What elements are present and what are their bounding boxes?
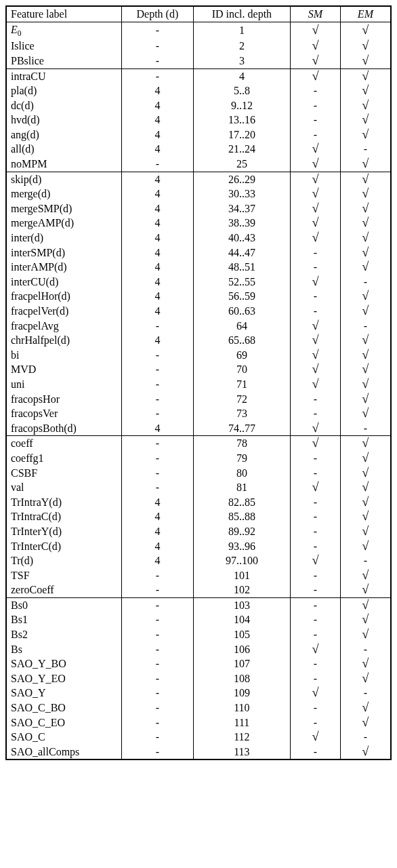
cell-depth: 4 bbox=[122, 113, 194, 127]
cell-id: 72 bbox=[193, 392, 290, 407]
cell-depth: - bbox=[122, 612, 194, 627]
cell-feature: TrIntraC(d) bbox=[6, 509, 122, 524]
table-row: Bs1-104-√ bbox=[6, 612, 391, 627]
cell-em: √ bbox=[340, 68, 391, 83]
cell-depth: - bbox=[122, 54, 194, 68]
table-row: skip(d)426..29√√ bbox=[6, 172, 391, 186]
cell-feature: PBslice bbox=[6, 54, 122, 68]
cell-feature: E0 bbox=[6, 22, 122, 39]
cell-sm: √ bbox=[291, 39, 341, 54]
cell-em: √ bbox=[340, 466, 391, 481]
cell-id: 81 bbox=[193, 480, 290, 495]
cell-em: √ bbox=[340, 509, 391, 524]
header-em: EM bbox=[340, 6, 391, 22]
table-row: PBslice-3√√ bbox=[6, 54, 391, 68]
check-icon: √ bbox=[362, 127, 369, 141]
cell-depth: - bbox=[122, 451, 194, 466]
cell-id: 107 bbox=[193, 656, 290, 671]
check-icon: √ bbox=[362, 627, 369, 641]
cell-id: 79 bbox=[193, 451, 290, 466]
check-icon: √ bbox=[362, 362, 369, 376]
cell-depth: - bbox=[122, 730, 194, 745]
cell-em: √ bbox=[340, 98, 391, 113]
cell-depth: 4 bbox=[122, 172, 194, 186]
cell-feature: chrHalfpel(d) bbox=[6, 333, 122, 348]
cell-id: 60..63 bbox=[193, 304, 290, 319]
cell-em: - bbox=[340, 642, 391, 657]
table-row: fracopsHor-72-√ bbox=[6, 392, 391, 407]
check-icon: √ bbox=[312, 348, 318, 361]
cell-feature: TrInterY(d) bbox=[6, 524, 122, 539]
check-icon: √ bbox=[312, 157, 318, 170]
cell-id: 108 bbox=[193, 671, 290, 686]
cell-em: √ bbox=[340, 83, 391, 98]
cell-sm: √ bbox=[291, 201, 341, 216]
cell-feature: SAO_Y_BO bbox=[6, 656, 122, 671]
cell-depth: - bbox=[122, 436, 194, 451]
cell-em: - bbox=[340, 275, 391, 290]
cell-em: √ bbox=[340, 627, 391, 642]
cell-feature: noMPM bbox=[6, 157, 122, 172]
cell-id: 64 bbox=[193, 319, 290, 334]
check-icon: √ bbox=[312, 642, 318, 656]
cell-depth: 4 bbox=[122, 245, 194, 260]
cell-feature: bi bbox=[6, 348, 122, 363]
cell-id: 70 bbox=[193, 362, 290, 377]
check-icon: √ bbox=[312, 201, 318, 215]
cell-id: 52..55 bbox=[193, 275, 290, 290]
cell-sm: - bbox=[291, 406, 341, 421]
cell-em: √ bbox=[340, 701, 391, 715]
cell-id: 97..100 bbox=[193, 553, 290, 568]
check-icon: √ bbox=[362, 98, 369, 112]
cell-id: 105 bbox=[193, 627, 290, 642]
cell-id: 78 bbox=[193, 436, 290, 451]
cell-id: 109 bbox=[193, 686, 290, 701]
check-icon: √ bbox=[362, 598, 369, 612]
cell-sm: - bbox=[291, 245, 341, 260]
cell-id: 56..59 bbox=[193, 289, 290, 304]
cell-depth: - bbox=[122, 157, 194, 172]
cell-em: √ bbox=[340, 583, 391, 597]
check-icon: √ bbox=[312, 275, 318, 288]
cell-em: - bbox=[340, 553, 391, 568]
table-row: TrInterY(d)489..92-√ bbox=[6, 524, 391, 539]
cell-em: √ bbox=[340, 201, 391, 216]
cell-sm: √ bbox=[291, 231, 341, 245]
cell-id: 48..51 bbox=[193, 260, 290, 275]
table-row: SAO_Y_EO-108-√ bbox=[6, 671, 391, 686]
cell-id: 1 bbox=[193, 22, 290, 39]
check-icon: √ bbox=[312, 730, 318, 743]
cell-id: 17..20 bbox=[193, 127, 290, 142]
cell-sm: √ bbox=[291, 333, 341, 348]
check-icon: √ bbox=[362, 509, 369, 523]
check-icon: √ bbox=[362, 392, 369, 406]
cell-em: √ bbox=[340, 289, 391, 304]
check-icon: √ bbox=[362, 186, 369, 200]
cell-sm: √ bbox=[291, 157, 341, 172]
check-icon: √ bbox=[362, 348, 369, 361]
cell-feature: Bs bbox=[6, 642, 122, 657]
table-row: fracopsBoth(d)474..77√- bbox=[6, 421, 391, 436]
cell-id: 25 bbox=[193, 157, 290, 172]
cell-em: - bbox=[340, 686, 391, 701]
cell-em: √ bbox=[340, 22, 391, 39]
check-icon: √ bbox=[362, 568, 369, 582]
cell-depth: - bbox=[122, 480, 194, 495]
check-icon: √ bbox=[362, 539, 369, 553]
cell-em: √ bbox=[340, 113, 391, 127]
check-icon: √ bbox=[362, 745, 369, 758]
cell-sm: - bbox=[291, 304, 341, 319]
cell-em: √ bbox=[340, 715, 391, 730]
cell-sm: √ bbox=[291, 362, 341, 377]
cell-em: √ bbox=[340, 362, 391, 377]
cell-feature: ang(d) bbox=[6, 127, 122, 142]
cell-feature: skip(d) bbox=[6, 172, 122, 186]
cell-em: √ bbox=[340, 568, 391, 583]
cell-em: √ bbox=[340, 451, 391, 466]
table-row: dc(d)49..12-√ bbox=[6, 98, 391, 113]
cell-depth: 4 bbox=[122, 333, 194, 348]
table-row: SAO_Y_BO-107-√ bbox=[6, 656, 391, 671]
table-row: TrIntraY(d)482..85-√ bbox=[6, 495, 391, 510]
cell-feature: SAO_C_BO bbox=[6, 701, 122, 715]
table-row: SAO_allComps-113-√ bbox=[6, 745, 391, 760]
